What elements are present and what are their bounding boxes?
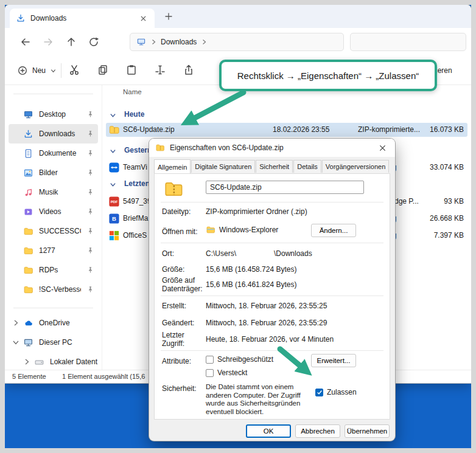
- file-row-sc6-update[interactable]: SC6-Update.zip 18.02.2026 23:55 ZIP-komp…: [106, 123, 467, 137]
- close-icon: [141, 16, 146, 21]
- file-name: BriefMa: [123, 214, 148, 223]
- this-pc-icon: [23, 337, 33, 348]
- sidebar-item-label: Videos: [39, 207, 81, 216]
- music-icon: [23, 187, 33, 198]
- zulassen-checkbox[interactable]: [315, 389, 323, 396]
- pictures-icon: [23, 168, 33, 178]
- sidebar-item-dokumente[interactable]: Dokumente: [9, 144, 98, 163]
- sidebar-item-musik[interactable]: Musik: [9, 182, 98, 202]
- forward-arrow-icon: [42, 36, 54, 48]
- share-button[interactable]: [183, 64, 196, 77]
- tab-vorgaengerversionen[interactable]: Vorgängerversionen: [322, 160, 389, 173]
- search-box[interactable]: [350, 33, 466, 51]
- refresh-icon: [88, 36, 100, 48]
- toolbar-divider: [61, 63, 61, 78]
- open-with-app: Windows-Explorer: [219, 226, 278, 234]
- paste-button[interactable]: [125, 64, 139, 77]
- forward-button[interactable]: [42, 36, 54, 48]
- sidebar-item-videos[interactable]: Videos: [9, 202, 98, 221]
- copy-button[interactable]: [97, 64, 110, 77]
- copy-icon: [97, 64, 109, 76]
- navigation-bar: Downloads: [5, 28, 471, 56]
- erweitert-button[interactable]: Erweitert...: [311, 354, 356, 367]
- sidebar-item-onedrive[interactable]: OneDrive: [9, 313, 98, 333]
- cut-button[interactable]: [68, 64, 82, 77]
- sidebar-item-downloads[interactable]: Downloads: [9, 124, 98, 144]
- dialog-title: Eigenschaften von SC6-Update.zip: [170, 144, 371, 152]
- ort-label: Ort:: [162, 249, 203, 258]
- sidebar-divider: [13, 94, 93, 94]
- sidebar-item-label: Dokumente: [39, 149, 81, 157]
- chevron-down-icon: [110, 181, 116, 188]
- chevron-right-icon: [12, 319, 19, 327]
- pin-icon: [86, 208, 94, 216]
- zulassen-label: Zulassen: [327, 388, 357, 396]
- sidebar-item-sc-verbesse[interactable]: !SC-Verbesse: [9, 280, 98, 299]
- properties-dialog: Eigenschaften von SC6-Update.zip Allgeme…: [149, 139, 395, 441]
- up-button[interactable]: [65, 36, 77, 48]
- tab-close-button[interactable]: [138, 13, 149, 24]
- groesse-dt-value: 15,6 MB (16.461.824 Bytes): [206, 280, 296, 289]
- column-header-name[interactable]: Name: [123, 88, 142, 95]
- sidebar-item-rdps[interactable]: RDPs: [9, 260, 98, 280]
- file-size: 93 KB: [444, 197, 464, 206]
- share-icon: [183, 64, 195, 76]
- dialog-title-bar: Eigenschaften von SC6-Update.zip: [149, 139, 395, 157]
- ok-button[interactable]: OK: [246, 424, 291, 438]
- schreibgeschuetzt-label: Schreibgeschützt: [217, 355, 273, 364]
- cut-icon: [68, 64, 80, 76]
- file-type: ZIP-komprimierte...: [358, 125, 420, 134]
- address-bar[interactable]: Downloads: [130, 33, 344, 51]
- versteckt-checkbox-row[interactable]: Versteckt: [206, 368, 247, 377]
- separator: [161, 243, 383, 243]
- sidebar-item-label: Dieser PC: [39, 338, 98, 347]
- office-app-icon: [108, 230, 120, 241]
- desktop-icon: [23, 109, 33, 120]
- file-name: 5497_39: [123, 197, 152, 206]
- file-name: OfficeS: [123, 231, 147, 240]
- new-tab-button[interactable]: [164, 12, 174, 22]
- sidebar-item-label: RDPs: [39, 266, 81, 274]
- dialog-close-button[interactable]: [376, 141, 389, 154]
- group-header-heute[interactable]: Heute: [106, 108, 467, 122]
- refresh-button[interactable]: [88, 36, 100, 48]
- pin-icon: [86, 227, 94, 235]
- teamviewer-app-icon: [108, 162, 120, 173]
- versteckt-checkbox[interactable]: [206, 369, 214, 377]
- ort-value: C:\Users\\Downloads: [206, 249, 312, 258]
- back-button[interactable]: [19, 36, 32, 48]
- windows-explorer-icon: [206, 225, 215, 235]
- schreibgeschuetzt-checkbox[interactable]: [206, 356, 214, 364]
- chevron-right-icon: [201, 39, 207, 45]
- screen: Downloads: [5, 5, 471, 448]
- sidebar-item-dieser-pc[interactable]: Dieser PC: [9, 333, 98, 352]
- tab-downloads[interactable]: Downloads: [10, 9, 155, 28]
- new-button-label: Neu: [32, 66, 46, 75]
- oeffnen-mit-value: Windows-Explorer: [206, 225, 278, 235]
- rename-button[interactable]: [154, 64, 167, 77]
- schreibgeschuetzt-checkbox-row[interactable]: Schreibgeschützt: [206, 355, 273, 364]
- zulassen-checkbox-row[interactable]: Zulassen: [315, 388, 357, 396]
- breadcrumb-downloads[interactable]: Downloads: [161, 38, 197, 46]
- tab-details[interactable]: Details: [293, 160, 321, 173]
- folder-icon: [23, 265, 33, 275]
- abbrechen-button[interactable]: Abbrechen: [295, 424, 340, 438]
- tab-allgemein[interactable]: Allgemein: [154, 159, 191, 173]
- dialog-tab-strip: Allgemein Digitale Signaturen Sicherheit…: [154, 159, 390, 173]
- pin-icon: [86, 286, 94, 294]
- sidebar-item-bilder[interactable]: Bilder: [9, 163, 98, 182]
- sidebar-item-lokaler-datentraeger[interactable]: Lokaler Datent: [9, 352, 98, 370]
- new-button[interactable]: Neu: [13, 62, 60, 79]
- pin-icon: [86, 111, 94, 119]
- sidebar-item-label: Downloads: [39, 130, 81, 138]
- tab-digitale-signaturen[interactable]: Digitale Signaturen: [191, 160, 255, 173]
- separator: [161, 296, 383, 296]
- chevron-down-icon: [110, 148, 116, 154]
- sidebar-item-successcoi[interactable]: SUCCESSCOI: [9, 221, 98, 241]
- filename-input[interactable]: SC6-Update.zip: [206, 181, 364, 194]
- sidebar-item-1277[interactable]: 1277: [9, 241, 98, 260]
- sidebar-item-desktop[interactable]: Desktop: [9, 105, 98, 124]
- tab-sicherheit[interactable]: Sicherheit: [256, 160, 293, 173]
- aendern-button[interactable]: Ändern...: [311, 224, 356, 237]
- uebernehmen-button[interactable]: Übernehmen: [345, 424, 390, 438]
